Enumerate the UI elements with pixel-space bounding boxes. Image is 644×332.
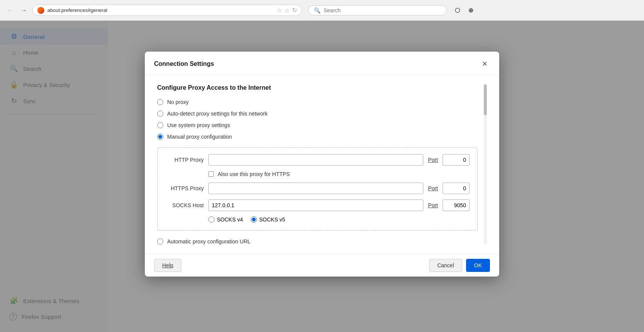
also-https-label: Also use this proxy for HTTPS xyxy=(218,171,290,177)
https-proxy-input[interactable] xyxy=(208,183,423,194)
https-port-label: Port xyxy=(428,185,438,191)
socks-port-input[interactable] xyxy=(443,200,470,211)
forward-button[interactable]: → xyxy=(18,5,29,16)
scrollbar-thumb[interactable] xyxy=(484,84,487,115)
radio-no-proxy[interactable]: No proxy xyxy=(157,99,478,105)
socks-v5-label: SOCKS v5 xyxy=(259,216,285,223)
reload-icon[interactable]: ↻ xyxy=(292,7,297,14)
radio-auto-url-label: Automatic proxy configuration URL xyxy=(167,238,250,245)
radio-auto-detect-input[interactable] xyxy=(157,111,163,117)
socks-v4-label: SOCKS v4 xyxy=(217,216,243,223)
radio-auto-url-input[interactable] xyxy=(157,238,163,245)
scrollbar-track[interactable] xyxy=(484,84,487,245)
back-button[interactable]: ← xyxy=(5,5,15,16)
http-proxy-input[interactable] xyxy=(208,154,423,166)
dialog-body: Configure Proxy Access to the Internet N… xyxy=(145,75,499,254)
radio-no-proxy-label: No proxy xyxy=(167,99,189,105)
radio-auto-detect[interactable]: Auto-detect proxy settings for this netw… xyxy=(157,111,478,117)
toolbar-icons: 🔍 xyxy=(308,5,447,15)
https-port-input[interactable] xyxy=(443,183,470,194)
radio-auto-detect-label: Auto-detect proxy settings for this netw… xyxy=(167,111,268,117)
page-background: ⚙ General ⌂ Home 🔍 Search 🔒 Privacy & Se… xyxy=(0,21,644,332)
also-https-checkbox[interactable] xyxy=(208,171,214,177)
radio-manual-proxy-label: Manual proxy configuration xyxy=(167,134,232,140)
radio-system-proxy-label: Use system proxy settings xyxy=(167,122,230,128)
https-proxy-label: HTTPS Proxy xyxy=(165,185,204,191)
socks-host-label: SOCKS Host xyxy=(165,202,204,208)
help-button[interactable]: Help xyxy=(154,259,181,272)
dialog-title: Connection Settings xyxy=(154,60,214,67)
ok-button[interactable]: OK xyxy=(466,259,490,272)
section-title: Configure Proxy Access to the Internet xyxy=(157,84,478,91)
radio-system-proxy[interactable]: Use system proxy settings xyxy=(157,122,478,128)
footer-right-buttons: Cancel OK xyxy=(429,259,490,272)
extensions-icon[interactable]: ⊕ xyxy=(465,5,476,16)
radio-no-proxy-input[interactable] xyxy=(157,99,163,105)
address-bar: about:preferences#general ☆ ⌂ ↻ xyxy=(32,5,302,16)
radio-auto-url[interactable]: Automatic proxy configuration URL xyxy=(157,238,250,245)
socks-v5-radio[interactable]: SOCKS v5 xyxy=(251,216,285,223)
also-https-row: Also use this proxy for HTTPS xyxy=(208,171,470,177)
radio-manual-proxy[interactable]: Manual proxy configuration xyxy=(157,134,478,140)
cancel-button[interactable]: Cancel xyxy=(429,259,462,272)
dialog-header: Connection Settings ✕ xyxy=(145,52,499,75)
search-icon: 🔍 xyxy=(314,7,320,13)
browser-ext-icons: ⬡ ⊕ xyxy=(452,5,476,16)
manual-proxy-section: HTTP Proxy Port Also use this proxy for … xyxy=(157,148,478,231)
dialog-scroll-content: Configure Proxy Access to the Internet N… xyxy=(157,84,478,245)
socks-v4-input[interactable] xyxy=(208,216,215,223)
search-bar[interactable]: 🔍 xyxy=(308,5,447,15)
socks-version-row: SOCKS v4 SOCKS v5 xyxy=(208,216,470,223)
socks-port-label: Port xyxy=(428,202,438,208)
socks-v5-input[interactable] xyxy=(251,216,257,223)
dialog-close-button[interactable]: ✕ xyxy=(479,59,490,69)
star-icon[interactable]: ☆ xyxy=(277,7,282,14)
browser-chrome: ← → about:preferences#general ☆ ⌂ ↻ 🔍 ⬡ … xyxy=(0,0,644,21)
http-port-label: Port xyxy=(428,157,438,163)
radio-system-proxy-input[interactable] xyxy=(157,122,163,128)
socks-v4-radio[interactable]: SOCKS v4 xyxy=(208,216,243,223)
search-input[interactable] xyxy=(324,7,441,13)
socks-host-row: SOCKS Host Port xyxy=(165,200,470,211)
auto-proxy-row: Automatic proxy configuration URL xyxy=(157,238,478,245)
pocket-icon[interactable]: ⬡ xyxy=(452,5,463,16)
proxy-radio-group: No proxy Auto-detect proxy settings for … xyxy=(157,99,478,140)
firefox-icon xyxy=(37,7,44,14)
home-icon[interactable]: ⌂ xyxy=(285,7,289,14)
http-port-input[interactable] xyxy=(443,154,470,166)
address-text: about:preferences#general xyxy=(47,7,273,13)
dialog-footer: Help Cancel OK xyxy=(145,254,499,277)
radio-manual-proxy-input[interactable] xyxy=(157,134,163,140)
connection-settings-dialog: Connection Settings ✕ Configure Proxy Ac… xyxy=(145,52,499,277)
http-proxy-row: HTTP Proxy Port xyxy=(165,154,470,166)
https-proxy-row: HTTPS Proxy Port xyxy=(165,183,470,194)
http-proxy-label: HTTP Proxy xyxy=(165,157,204,163)
socks-host-input[interactable] xyxy=(208,200,423,211)
